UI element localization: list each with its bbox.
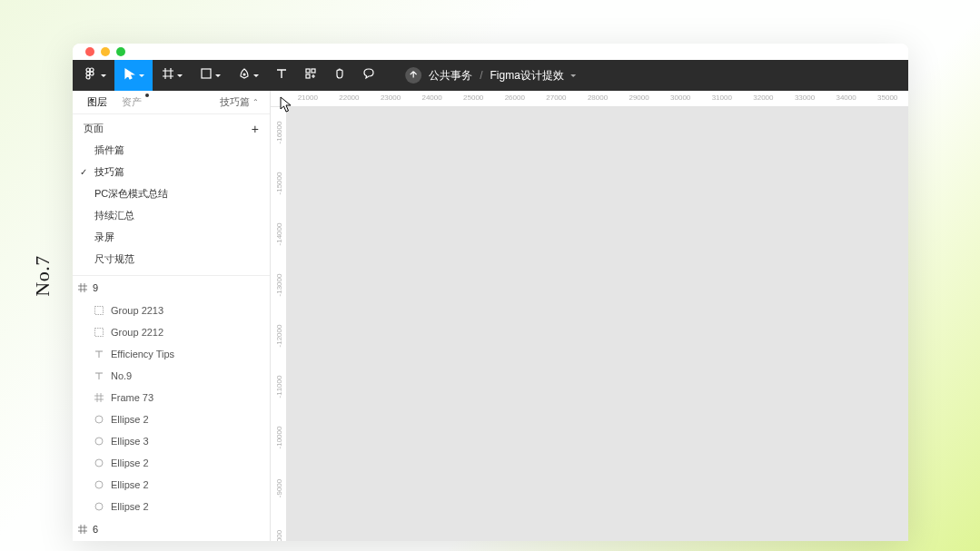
layer-label: Efficiency Tips	[111, 349, 174, 359]
ruler-tick-label: -12000	[274, 325, 282, 348]
svg-rect-23	[95, 329, 104, 337]
group-layer-icon	[94, 328, 104, 337]
pages-header: 页面 +	[73, 114, 270, 139]
breadcrumb-separator: /	[480, 69, 482, 82]
frame-header[interactable]: 9	[73, 276, 270, 300]
page-item-label: 录屏	[94, 231, 114, 244]
layer-label: Ellipse 2	[111, 414, 149, 425]
hand-tool-button[interactable]	[325, 60, 354, 91]
text-tool-icon	[275, 67, 288, 84]
text-tool-button[interactable]	[267, 60, 296, 91]
text-layer-icon	[94, 371, 104, 380]
current-page-dropdown[interactable]: 技巧篇 ⌃	[220, 95, 259, 109]
rectangle-tool-icon	[200, 67, 213, 84]
add-page-button[interactable]: +	[252, 123, 259, 135]
group-layer-icon	[94, 306, 104, 315]
main-menu-button[interactable]	[76, 60, 114, 91]
shape-tool-button[interactable]	[191, 60, 229, 91]
layer-item[interactable]: Group 2212	[73, 321, 270, 343]
layer-item[interactable]: Ellipse 3	[73, 430, 270, 452]
ruler-tick-label: -9000	[274, 479, 282, 497]
layer-item[interactable]: Group 2213	[73, 300, 270, 321]
ruler-tick-label: 35000	[877, 93, 897, 102]
layer-label: Group 2213	[111, 305, 163, 316]
layer-label: Ellipse 2	[111, 501, 149, 512]
ruler-tick-label: -11000	[274, 376, 282, 398]
layer-item[interactable]: Efficiency Tips	[73, 343, 270, 365]
minimize-window-button[interactable]	[101, 47, 110, 56]
svg-point-32	[95, 416, 103, 423]
comment-tool-button[interactable]	[354, 60, 383, 91]
toolbar-center: 公共事务 / Figma设计提效	[405, 67, 576, 84]
resources-tool-button[interactable]	[296, 60, 325, 91]
project-name-dropdown[interactable]: Figma设计提效	[490, 68, 576, 84]
ruler-tick-label: -14000	[274, 223, 282, 246]
page-item[interactable]: 持续汇总	[73, 204, 270, 226]
chevron-down-icon	[177, 74, 183, 77]
layer-item[interactable]: Ellipse 2	[73, 496, 270, 517]
page-item[interactable]: 录屏	[73, 226, 270, 248]
svg-point-4	[90, 72, 94, 75]
canvas[interactable]	[287, 107, 908, 541]
figma-window: 公共事务 / Figma设计提效 图层 资产 技巧篇 ⌃	[73, 44, 908, 541]
ruler-tick-label: 22000	[339, 93, 359, 102]
svg-rect-13	[306, 69, 310, 73]
frame-layer-icon	[94, 393, 104, 402]
svg-rect-9	[202, 69, 211, 78]
ruler-tick-label: -10000	[274, 427, 282, 449]
chevron-down-icon	[570, 74, 576, 77]
pen-tool-button[interactable]	[229, 60, 267, 91]
svg-rect-14	[312, 69, 315, 73]
layer-item[interactable]: Ellipse 2	[73, 408, 270, 430]
vertical-ruler: -16000-15000-14000-13000-12000-11000-100…	[271, 107, 287, 541]
ruler-tick-label: 23000	[381, 93, 401, 102]
canvas-area: 2100022000230002400025000260002700028000…	[271, 91, 908, 541]
maximize-window-button[interactable]	[116, 47, 125, 56]
svg-point-34	[95, 459, 103, 467]
tab-assets-label: 资产	[122, 96, 142, 107]
close-window-button[interactable]	[85, 47, 94, 56]
page-item[interactable]: 插件篇	[73, 139, 270, 161]
ruler-tick-label: 21000	[298, 93, 318, 102]
ruler-tick-label: -16000	[274, 122, 282, 144]
page-item-label: 插件篇	[94, 143, 124, 157]
ruler-tick-label: -13000	[274, 274, 282, 297]
layer-item[interactable]: Ellipse 2	[73, 474, 270, 496]
ruler-tick-label: 34000	[836, 93, 856, 102]
page-item-label: 持续汇总	[94, 209, 134, 222]
page-item-label: PC深色模式总结	[94, 187, 168, 201]
chevron-down-icon	[139, 74, 144, 77]
page-item[interactable]: PC深色模式总结	[73, 182, 270, 204]
horizontal-ruler: 2100022000230002400025000260002700028000…	[271, 91, 908, 107]
tab-layers[interactable]: 图层	[84, 95, 111, 109]
team-avatar-icon[interactable]	[405, 67, 421, 84]
layer-label: Ellipse 2	[111, 458, 149, 468]
move-tool-button[interactable]	[114, 60, 153, 91]
layer-label: Ellipse 3	[111, 436, 149, 447]
svg-rect-2	[86, 75, 90, 79]
chevron-down-icon	[215, 74, 221, 77]
chevron-down-icon	[101, 74, 106, 77]
ruler-tick-label: 28000	[588, 93, 608, 102]
layer-label: Frame 73	[111, 392, 153, 403]
main-area: 图层 资产 技巧篇 ⌃ 页面 + 插件篇✓技巧篇PC深色模式总结持续汇总录屏尺寸…	[73, 91, 908, 541]
ruler-tick-label: 25000	[463, 93, 483, 102]
page-item[interactable]: 尺寸规范	[73, 248, 270, 270]
layer-item[interactable]: Frame 73	[73, 387, 270, 408]
tab-assets[interactable]: 资产	[118, 95, 145, 109]
ruler-tick-label: 26000	[505, 93, 525, 102]
ruler-tick-label: 31000	[712, 93, 732, 102]
layer-item[interactable]: Ellipse 2	[73, 452, 270, 474]
ellipse-layer-icon	[94, 437, 104, 446]
ellipse-layer-icon	[94, 502, 104, 511]
layer-item[interactable]: No.9	[73, 365, 270, 387]
frame-header[interactable]: 6	[73, 517, 270, 541]
toolbar: 公共事务 / Figma设计提效	[73, 60, 908, 91]
project-name-label: Figma设计提效	[490, 68, 564, 84]
svg-point-10	[243, 74, 245, 75]
team-name-label[interactable]: 公共事务	[429, 68, 472, 84]
page-item[interactable]: ✓技巧篇	[73, 161, 270, 182]
chevron-up-icon: ⌃	[252, 98, 259, 106]
comment-icon	[362, 67, 375, 84]
frame-tool-button[interactable]	[153, 60, 191, 91]
